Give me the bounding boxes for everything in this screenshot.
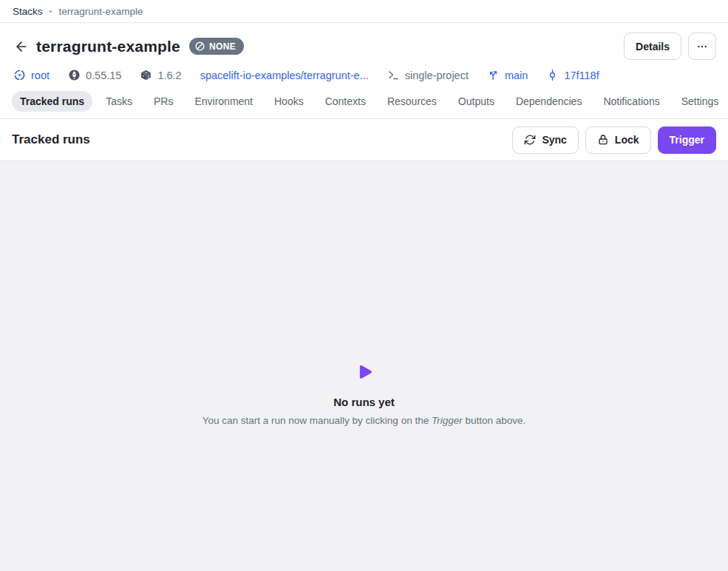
lock-button[interactable]: Lock: [585, 126, 651, 154]
cube-dice-icon: [140, 69, 152, 81]
space-name: root: [31, 70, 50, 81]
title-row: terragrunt-example NONE Details: [12, 33, 716, 60]
git-commit-icon: [546, 69, 559, 81]
breadcrumb-current: terragrunt-example: [58, 6, 143, 17]
space-icon: [13, 69, 26, 81]
tab-tracked-runs[interactable]: Tracked runs: [12, 91, 92, 112]
tab-notifications[interactable]: Notifications: [595, 91, 667, 112]
breadcrumb-stacks-link[interactable]: Stacks: [13, 6, 43, 17]
tab-resources[interactable]: Resources: [379, 91, 445, 112]
tracked-runs-content: No runs yet You can start a run now manu…: [0, 161, 728, 571]
empty-state-title: No runs yet: [203, 396, 526, 408]
section-bar: Tracked runs Sync Lock Trigger: [0, 119, 728, 161]
tool-version-value: 1.6.2: [157, 70, 181, 81]
lock-icon: [597, 134, 609, 146]
tool-version: 1.6.2: [140, 69, 181, 81]
back-button[interactable]: [12, 37, 31, 56]
space-link[interactable]: root: [13, 69, 50, 81]
runner-version-value: 0.55.15: [86, 70, 121, 81]
tab-outputs[interactable]: Outputs: [450, 91, 503, 112]
page-title: terragrunt-example: [36, 38, 180, 55]
empty-state-description: You can start a run now manually by clic…: [203, 415, 526, 426]
section-title: Tracked runs: [12, 132, 90, 147]
commit-link[interactable]: 17f118f: [546, 69, 599, 81]
slashed-circle-icon: [194, 41, 205, 52]
badge-label: NONE: [209, 41, 236, 52]
arrow-left-icon: [14, 39, 29, 54]
tab-tasks[interactable]: Tasks: [98, 91, 140, 112]
tab-prs[interactable]: PRs: [146, 91, 181, 112]
empty-state-description-prefix: You can start a run now manually by clic…: [203, 415, 432, 426]
tab-settings[interactable]: Settings: [673, 91, 727, 112]
details-button[interactable]: Details: [624, 33, 681, 60]
stack-tabs: Tracked runs Tasks PRs Environment Hooks…: [12, 91, 716, 118]
repository-name: spacelift-io-examples/terragrunt-e...: [200, 70, 369, 81]
empty-state-description-suffix: button above.: [463, 415, 526, 426]
sync-icon: [524, 134, 536, 146]
play-icon: [354, 362, 374, 382]
ellipsis-icon: [696, 41, 708, 53]
trigger-button[interactable]: Trigger: [658, 126, 716, 154]
terminal-icon: [387, 69, 400, 81]
branch-link[interactable]: main: [487, 69, 528, 81]
empty-state: No runs yet You can start a run now manu…: [203, 362, 526, 426]
more-actions-button[interactable]: [688, 33, 716, 60]
repository-link[interactable]: spacelift-io-examples/terragrunt-e...: [200, 70, 369, 81]
runner-version: 0.55.15: [68, 69, 121, 81]
stack-header: terragrunt-example NONE Details root 0.: [0, 23, 728, 119]
empty-state-description-emphasis: Trigger: [432, 415, 463, 426]
project-root: single-project: [387, 69, 469, 81]
stack-meta-row: root 0.55.15 1.6.2 spacelift-io-examples…: [13, 69, 716, 81]
commit-sha: 17f118f: [564, 70, 599, 81]
worker-pool-badge: NONE: [189, 38, 244, 55]
tab-hooks[interactable]: Hooks: [266, 91, 312, 112]
breadcrumb-separator: •: [50, 7, 52, 16]
runner-image-icon: [68, 69, 81, 81]
branch-name: main: [505, 70, 528, 81]
lock-button-label: Lock: [615, 134, 639, 146]
sync-button-label: Sync: [542, 134, 566, 146]
git-branch-icon: [487, 69, 500, 81]
project-root-value: single-project: [405, 70, 469, 81]
tab-contexts[interactable]: Contexts: [317, 91, 374, 112]
tab-environment[interactable]: Environment: [186, 91, 261, 112]
tab-dependencies[interactable]: Dependencies: [508, 91, 591, 112]
breadcrumb: Stacks • terragrunt-example: [0, 0, 728, 23]
sync-button[interactable]: Sync: [512, 126, 578, 154]
